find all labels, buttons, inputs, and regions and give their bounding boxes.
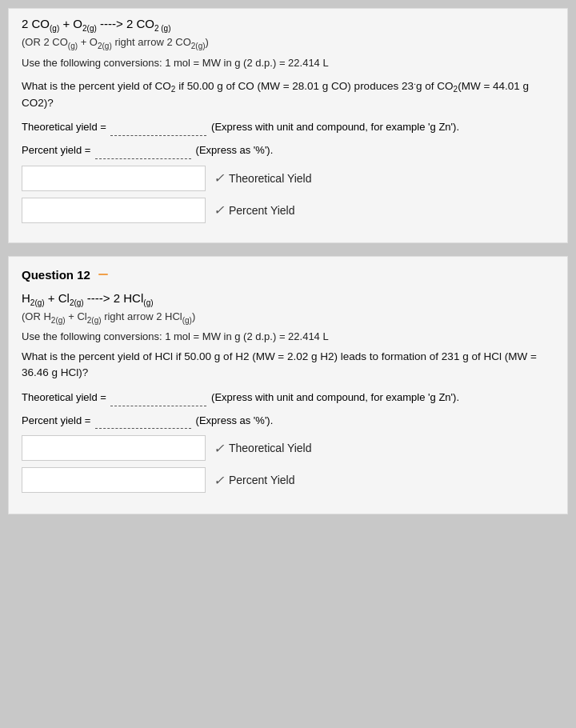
card1-theoretical-yield-line: Theoretical yield = (Express with unit a… xyxy=(22,119,554,136)
card1-percent-yield-field-label: Percent Yield xyxy=(229,204,295,217)
card2-theoretical-yield-dashes xyxy=(110,406,206,406)
card2-title-row: Question 12 xyxy=(22,268,554,282)
card2-percent-yield-label-group: ✓ Percent Yield xyxy=(214,473,295,488)
card2-percent-yield-input[interactable] xyxy=(22,467,206,493)
card1-input-row-1: ✓ Theoretical Yield xyxy=(22,166,554,191)
card2-theoretical-yield-input[interactable] xyxy=(22,435,206,461)
card1-conversions: Use the following conversions: 1 mol = M… xyxy=(22,57,554,69)
card-2: Question 12 H2(g) + Cl2(g) ----> 2 HCl(g… xyxy=(8,256,568,515)
card2-percent-yield-field-label: Percent Yield xyxy=(229,474,295,486)
card2-theoretical-yield-label: Theoretical yield = xyxy=(22,391,109,403)
card2-theoretical-yield-field-label: Theoretical Yield xyxy=(229,442,312,454)
card1-percent-yield-label: Percent yield = xyxy=(22,144,94,156)
card1-percent-yield-express: (Express as '%'). xyxy=(196,144,274,156)
card1-theoretical-yield-label-group: ✓ Theoretical Yield xyxy=(214,170,312,186)
card2-reaction-main: H2(g) + Cl2(g) ----> 2 HCl(g) xyxy=(22,291,554,307)
card2-input-row-2: ✓ Percent Yield xyxy=(22,467,554,493)
card1-theoretical-yield-label: Theoretical yield = xyxy=(22,121,109,133)
page-container: 2 CO(g) + O2(g) ----> 2 CO2 (g) (OR 2 CO… xyxy=(0,0,576,535)
card2-theoretical-yield-label-group: ✓ Theoretical Yield xyxy=(214,441,312,456)
card1-theoretical-yield-express: (Express with unit and compound, for exa… xyxy=(211,121,459,133)
card2-percent-yield-line: Percent yield = (Express as '%'). xyxy=(22,413,554,430)
card2-badge xyxy=(98,274,108,275)
card1-percent-yield-dashes xyxy=(95,158,191,159)
card2-percent-yield-label: Percent yield = xyxy=(22,414,94,426)
card1-percent-yield-label-group: ✓ Percent Yield xyxy=(214,202,295,218)
card2-question-title: Question 12 xyxy=(22,268,90,282)
card2-percent-yield-dashes xyxy=(95,428,191,429)
card2-percent-yield-express: (Express as '%'). xyxy=(196,414,274,426)
card2-percent-check-icon: ✓ xyxy=(214,473,224,488)
card1-percent-check-icon: ✓ xyxy=(214,202,224,218)
card2-reaction-alt: (OR H2(g) + Cl2(g) right arrow 2 HCl(g)) xyxy=(22,310,554,325)
card1-reaction-alt: (OR 2 CO(g) + O2(g) right arrow 2 CO2(g)… xyxy=(22,36,554,50)
card2-question-text: What is the percent yield of HCl if 50.0… xyxy=(22,349,554,382)
card2-theoretical-yield-line: Theoretical yield = (Express with unit a… xyxy=(22,390,554,406)
card1-reaction-main: 2 CO(g) + O2(g) ----> 2 CO2 (g) xyxy=(22,17,554,33)
card1-theoretical-yield-dashes xyxy=(110,135,206,136)
card1-input-row-2: ✓ Percent Yield xyxy=(22,198,554,223)
card2-theoretical-yield-express: (Express with unit and compound, for exa… xyxy=(211,391,459,403)
card2-input-row-1: ✓ Theoretical Yield xyxy=(22,435,554,461)
card2-conversions: Use the following conversions: 1 mol = M… xyxy=(22,330,554,342)
card1-percent-yield-input[interactable] xyxy=(22,198,206,223)
card2-theoretical-check-icon: ✓ xyxy=(214,441,224,456)
card1-theoretical-yield-field-label: Theoretical Yield xyxy=(229,172,312,185)
card1-percent-yield-line: Percent yield = (Express as '%'). xyxy=(22,142,554,159)
card1-theoretical-yield-input[interactable] xyxy=(22,166,206,191)
card-1: 2 CO(g) + O2(g) ----> 2 CO2 (g) (OR 2 CO… xyxy=(8,8,568,243)
card1-theoretical-check-icon: ✓ xyxy=(214,170,224,186)
card1-question-text: What is the percent yield of CO2 if 50.0… xyxy=(22,75,554,111)
